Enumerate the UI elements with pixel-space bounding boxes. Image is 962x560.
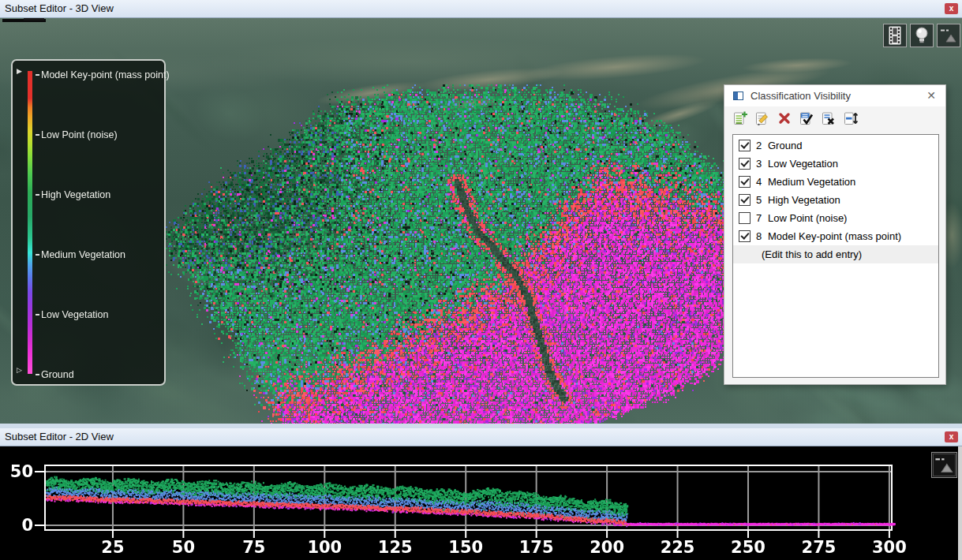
class-checkbox[interactable] [739,176,751,188]
class-code: 2 [756,140,762,151]
view-marker-button[interactable] [937,24,960,47]
reorder-entries-button[interactable] [843,110,860,128]
legend-label: Low Vegetation [41,309,109,320]
class-code: 5 [756,194,762,206]
class-checkbox[interactable] [739,230,751,242]
legend-color-ramp [28,71,32,374]
edit-entry-icon [754,110,770,126]
classification-list[interactable]: 2Ground3Low Vegetation4Medium Vegetation… [732,134,939,378]
class-code: 4 [756,176,762,188]
y-axis-tick-label: 50 [0,462,33,481]
dialog-title: Classification Visibility [751,90,851,102]
class-checkbox[interactable] [739,140,751,151]
class-label: High Vegetation [768,194,840,206]
x-axis-tick-label: 175 [519,538,554,557]
x-axis-tick-label: 275 [801,538,836,557]
class-row[interactable]: 5High Vegetation [733,191,938,209]
x-axis-tick-label: 25 [95,538,130,557]
legend-tick [36,134,39,136]
add-entry-button[interactable] [732,110,750,128]
3d-viewport[interactable]: ▶ ▷ Model Key-point (mass point)Low Poin… [0,18,962,424]
reorder-entries-icon [843,110,859,126]
class-label: Medium Vegetation [768,176,855,188]
x-axis-tick-label: 250 [731,538,765,557]
add-entry-icon [732,110,748,126]
legend-label: Model Key-point (mass point) [41,69,170,80]
2d-window-title: Subset Editor - 2D View [5,431,114,442]
filmstrip-icon [884,24,906,47]
dialog-titlebar[interactable]: Classification Visibility ✕ [724,85,945,106]
marker-triangle-icon [938,24,960,47]
dialog-toolbar [724,106,945,133]
x-axis-tick-label: 50 [166,538,200,557]
class-code: 7 [756,212,762,224]
legend-tick [36,254,39,256]
x-axis-tick-label: 75 [237,538,271,557]
3d-close-button[interactable]: x [945,3,958,14]
class-label: Ground [768,140,802,151]
class-checkbox[interactable] [739,158,751,170]
legend-label: Medium Vegetation [41,249,125,260]
legend-entry: Ground [36,369,74,380]
check-all-button[interactable] [799,110,816,128]
class-checkbox[interactable] [739,212,751,224]
x-axis-tick-label: 100 [307,538,342,557]
viewport-corner-artifact2 [24,18,44,21]
subset-editor-3d-window: Subset Editor - 3D View x ▶ ▷ Model Key-… [0,0,962,428]
class-row[interactable]: 7Low Point (noise) [733,209,938,227]
animation-button[interactable] [883,24,907,47]
2d-window-titlebar[interactable]: Subset Editor - 2D View x [0,428,962,446]
lightbulb-icon [911,24,933,47]
subset-editor-2d-window: Subset Editor - 2D View x 25507510012515… [0,428,962,560]
legend-bottom-marker-icon: ▷ [17,367,22,374]
class-code: 3 [756,158,762,170]
class-row[interactable]: 8Model Key-point (mass point) [733,227,938,245]
class-code: 8 [756,230,762,242]
lighting-button[interactable] [910,24,934,47]
2d-view-marker-button[interactable] [931,452,957,478]
legend-tick [36,314,39,315]
legend-label: High Vegetation [41,189,110,200]
class-checkbox[interactable] [739,194,751,206]
legend-entry: Low Point (noise) [36,129,118,140]
class-row[interactable]: 4Medium Vegetation [733,173,938,191]
check-all-icon [799,110,814,126]
edit-entry-button[interactable] [754,110,772,128]
2d-window-right-border [958,446,962,560]
legend-entry: Model Key-point (mass point) [36,69,170,80]
classification-legend: ▶ ▷ Model Key-point (mass point)Low Poin… [11,59,166,386]
uncheck-all-button[interactable] [821,110,838,128]
add-entry-row[interactable]: (Edit this to add entry) [733,245,938,263]
3d-window-title: Subset Editor - 3D View [5,2,114,14]
classification-visibility-dialog: Classification Visibility ✕ [724,84,946,385]
delete-entry-button[interactable] [777,110,794,128]
legend-tick [36,374,39,375]
class-label: Model Key-point (mass point) [768,230,901,242]
add-entry-row-label: (Edit this to add entry) [762,248,862,260]
delete-entry-icon [777,110,792,126]
legend-label: Ground [41,369,74,380]
dialog-close-icon[interactable]: ✕ [924,88,938,103]
legend-tick [36,194,39,196]
x-axis-tick-label: 300 [872,538,907,557]
legend-entry: Medium Vegetation [36,249,125,260]
marker-triangle-icon [932,453,956,477]
legend-entry: Low Vegetation [36,309,109,320]
x-axis-tick-label: 125 [378,538,413,557]
legend-tick [36,74,39,76]
3d-window-titlebar[interactable]: Subset Editor - 3D View x [0,0,962,18]
uncheck-all-icon [821,110,837,126]
2d-close-button[interactable]: x [945,431,958,442]
class-label: Low Vegetation [768,158,838,170]
dialog-window-icon [733,91,743,100]
x-axis-tick-label: 225 [661,538,695,557]
legend-top-marker-icon: ▶ [17,68,22,75]
x-axis-tick-label: 200 [590,538,624,557]
x-axis-tick-label: 150 [448,538,483,557]
class-row[interactable]: 3Low Vegetation [733,155,938,173]
y-axis-tick-label: 0 [0,516,33,535]
2d-profile-viewport[interactable]: 255075100125150175200225250275300500 [0,446,962,560]
legend-entry: High Vegetation [36,189,110,200]
class-row[interactable]: 2Ground [733,136,938,155]
legend-label: Low Point (noise) [41,129,118,140]
